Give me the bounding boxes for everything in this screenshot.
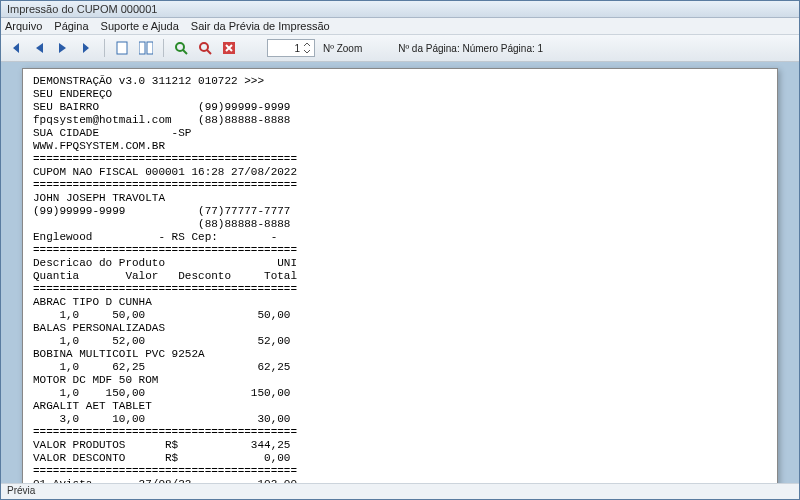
first-page-button[interactable]	[5, 38, 25, 58]
receipt-line: 1,0 52,00 52,00	[33, 335, 290, 347]
single-page-icon[interactable]	[112, 38, 132, 58]
receipt-line: SEU BAIRRO (99)99999-9999	[33, 101, 290, 113]
print-preview-window: Impressão do CUPOM 000001 Arquivo Página…	[0, 0, 800, 500]
receipt-line: VALOR PRODUTOS R$ 344,25	[33, 439, 290, 451]
receipt-page: DEMONSTRAÇÃO v3.0 311212 010722 >>> SEU …	[22, 68, 778, 483]
window-title: Impressão do CUPOM 000001	[7, 3, 157, 15]
receipt-line: SUA CIDADE -SP	[33, 127, 191, 139]
prev-page-button[interactable]	[29, 38, 49, 58]
receipt-separator: ========================================	[33, 153, 297, 165]
window-titlebar: Impressão do CUPOM 000001	[1, 1, 799, 18]
svg-line-6	[207, 50, 211, 54]
menu-sair[interactable]: Sair da Prévia de Impressão	[191, 20, 330, 32]
svg-rect-0	[117, 42, 127, 54]
preview-workspace: DEMONSTRAÇÃO v3.0 311212 010722 >>> SEU …	[1, 62, 799, 483]
receipt-separator: ========================================	[33, 283, 297, 295]
receipt-line: BALAS PERSONALIZADAS	[33, 322, 165, 334]
menubar: Arquivo Página Suporte e Ajuda Sair da P…	[1, 18, 799, 35]
receipt-separator: ========================================	[33, 465, 297, 477]
receipt-separator: ========================================	[33, 244, 297, 256]
receipt-line: JOHN JOSEPH TRAVOLTA	[33, 192, 165, 204]
receipt-line: fpqsystem@hotmail.com (88)88888-8888	[33, 114, 290, 126]
svg-point-5	[200, 43, 208, 51]
statusbar: Prévia	[1, 483, 799, 499]
receipt-line: ABRAC TIPO D CUNHA	[33, 296, 152, 308]
receipt-line: Englewood - RS Cep: -	[33, 231, 277, 243]
next-page-button[interactable]	[53, 38, 73, 58]
close-preview-icon[interactable]	[219, 38, 239, 58]
receipt-line: WWW.FPQSYSTEM.COM.BR	[33, 140, 165, 152]
last-page-button[interactable]	[77, 38, 97, 58]
receipt-separator: ========================================	[33, 426, 297, 438]
receipt-line: BOBINA MULTICOIL PVC 9252A	[33, 348, 205, 360]
zoom-out-icon[interactable]	[195, 38, 215, 58]
zoom-in-icon[interactable]	[171, 38, 191, 58]
menu-suporte[interactable]: Suporte e Ajuda	[101, 20, 179, 32]
multi-page-icon[interactable]	[136, 38, 156, 58]
toolbar-separator	[104, 39, 105, 57]
receipt-line: 1,0 150,00 150,00	[33, 387, 290, 399]
receipt-line: MOTOR DC MDF 50 ROM	[33, 374, 158, 386]
svg-point-3	[176, 43, 184, 51]
receipt-line: VALOR DESCONTO R$ 0,00	[33, 452, 290, 464]
zoom-label: Nº Zoom	[323, 43, 362, 54]
receipt-line: ARGALIT AET TABLET	[33, 400, 152, 412]
receipt-line: DEMONSTRAÇÃO v3.0 311212 010722 >>>	[33, 75, 264, 87]
receipt-line: (99)99999-9999 (77)77777-7777	[33, 205, 290, 217]
menu-pagina[interactable]: Página	[54, 20, 88, 32]
receipt-line: 3,0 10,00 30,00	[33, 413, 290, 425]
receipt-line: CUPOM NAO FISCAL 000001 16:28 27/08/2022	[33, 166, 297, 178]
receipt-line: 1,0 62,25 62,25	[33, 361, 290, 373]
svg-rect-1	[139, 42, 145, 54]
toolbar: 1 Nº Zoom Nº da Página: Número Página: 1	[1, 35, 799, 62]
status-label: Prévia	[7, 485, 35, 496]
svg-rect-2	[147, 42, 153, 54]
receipt-separator: ========================================	[33, 179, 297, 191]
receipt-line: 01-Avista 27/08/22 102,00	[33, 478, 297, 483]
receipt-line: Descricao do Produto UNI	[33, 257, 297, 269]
page-number-label: Nº da Página: Número Página: 1	[398, 43, 543, 54]
menu-arquivo[interactable]: Arquivo	[5, 20, 42, 32]
zoom-value: 1	[294, 43, 300, 54]
svg-line-4	[183, 50, 187, 54]
zoom-value-input[interactable]: 1	[267, 39, 315, 57]
receipt-line: SEU ENDEREÇO	[33, 88, 112, 100]
toolbar-separator	[163, 39, 164, 57]
receipt-line: Quantia Valor Desconto Total	[33, 270, 297, 282]
receipt-line: 1,0 50,00 50,00	[33, 309, 290, 321]
receipt-line: (88)88888-8888	[33, 218, 290, 230]
